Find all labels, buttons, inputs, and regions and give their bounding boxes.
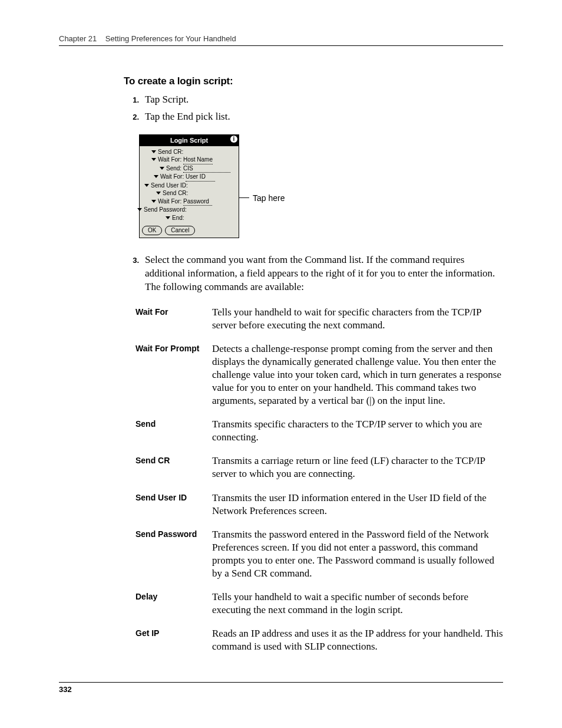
ok-button[interactable]: OK <box>142 226 162 235</box>
palm-row: Send: CIS <box>142 164 236 173</box>
command-row: Wait For PromptDetects a challenge-respo… <box>135 342 503 407</box>
step-text: Tap Script. <box>145 93 503 107</box>
header-title: Setting Preferences for Your Handheld <box>105 34 236 43</box>
palm-button-row: OK Cancel <box>140 223 239 238</box>
dropdown-icon[interactable] <box>160 167 164 170</box>
command-term: Send Password <box>135 528 212 580</box>
header-chapter: Chapter 21 <box>59 34 97 43</box>
command-row: SendTransmits specific characters to the… <box>135 418 503 444</box>
palm-row: Send CR: <box>142 148 236 156</box>
palm-row-label: Wait For: <box>158 156 181 163</box>
palm-title-bar: Login Script i <box>140 135 239 146</box>
command-description: Transmits a carriage return or line feed… <box>212 454 503 480</box>
command-row: Send CRTransmits a carriage return or li… <box>135 454 503 480</box>
figure-login-script: Login Script i Send CR:Wait For: Host Na… <box>139 134 503 238</box>
command-row: Get IPReads an IP address and uses it as… <box>135 627 503 653</box>
command-description: Reads an IP address and uses it as the I… <box>212 627 503 653</box>
command-description: Transmits the user ID information entere… <box>212 492 503 518</box>
palm-row: Wait For: Host Name <box>142 156 236 164</box>
step-3: 3. Select the command you want from the … <box>124 253 503 294</box>
step-text: Select the command you want from the Com… <box>145 253 503 294</box>
callout: Tap here <box>239 193 285 203</box>
palm-row-label: Send CR: <box>158 149 183 155</box>
command-term: Send CR <box>135 454 212 480</box>
palm-row-label: Send CR: <box>163 190 188 196</box>
command-table: Wait ForTells your handheld to wait for … <box>135 306 503 654</box>
dropdown-icon[interactable] <box>151 200 156 203</box>
dropdown-icon[interactable] <box>151 150 156 153</box>
palm-row-label: Wait For: <box>158 198 181 205</box>
palm-row: Wait For: Password <box>142 197 236 206</box>
palm-title-text: Login Script <box>170 137 208 144</box>
command-term: Send <box>135 418 212 444</box>
command-row: Send PasswordTransmits the password ente… <box>135 528 503 580</box>
command-row: Send User IDTransmits the user ID inform… <box>135 492 503 518</box>
command-description: Tells your handheld to wait a specific n… <box>212 591 503 617</box>
command-term: Wait For <box>135 306 212 332</box>
command-description: Transmits the password entered in the Pa… <box>212 528 503 580</box>
palm-row-label: Wait For: <box>160 173 184 180</box>
palm-row-label: End: <box>172 215 184 221</box>
dropdown-icon[interactable] <box>156 192 161 195</box>
step-number: 1. <box>124 93 145 107</box>
command-row: Wait ForTells your handheld to wait for … <box>135 306 503 332</box>
palm-body: Send CR:Wait For: Host NameSend: CISWait… <box>140 146 239 224</box>
dropdown-icon[interactable] <box>166 216 170 219</box>
command-term: Send User ID <box>135 492 212 518</box>
palm-row-label: Send: <box>166 165 181 172</box>
command-description: Detects a challenge-response prompt comi… <box>212 342 503 407</box>
dropdown-icon[interactable] <box>137 208 142 211</box>
palm-row-value[interactable]: CIS <box>183 164 230 173</box>
page-header: Chapter 21 Setting Preferences for Your … <box>59 34 503 46</box>
palm-row-label: Send User ID: <box>151 182 188 189</box>
step-2: 2. Tap the End pick list. <box>124 110 503 124</box>
palm-row: Wait For: User ID <box>142 173 236 182</box>
palm-row-value[interactable]: User ID <box>186 173 215 182</box>
step-text: Tap the End pick list. <box>145 110 503 124</box>
callout-line <box>239 197 249 198</box>
step-1: 1. Tap Script. <box>124 93 503 107</box>
command-description: Tells your handheld to wait for specific… <box>212 306 503 332</box>
page-number: 332 <box>59 685 72 694</box>
info-icon: i <box>230 136 237 143</box>
dropdown-icon[interactable] <box>151 158 156 161</box>
command-term: Wait For Prompt <box>135 342 212 407</box>
command-row: DelayTells your handheld to wait a speci… <box>135 591 503 617</box>
command-term: Get IP <box>135 627 212 653</box>
cancel-button[interactable]: Cancel <box>165 226 195 235</box>
step-number: 3. <box>124 253 145 294</box>
palm-row-value[interactable]: Password <box>183 197 212 206</box>
section-title: To create a login script: <box>124 75 503 87</box>
palm-row: Send User ID: <box>142 182 236 190</box>
callout-text: Tap here <box>249 193 285 203</box>
palm-screen: Login Script i Send CR:Wait For: Host Na… <box>139 134 239 238</box>
step-number: 2. <box>124 110 145 124</box>
palm-row-label: Send Password: <box>144 206 187 213</box>
palm-row: Send Password: <box>142 206 236 214</box>
palm-row-value[interactable]: Host Name <box>183 156 213 164</box>
dropdown-icon[interactable] <box>154 175 158 178</box>
command-description: Transmits specific characters to the TCP… <box>212 418 503 444</box>
palm-row: Send CR: <box>142 189 236 197</box>
page-footer: 332 <box>59 682 503 694</box>
command-term: Delay <box>135 591 212 617</box>
dropdown-icon[interactable] <box>144 184 149 187</box>
palm-row: End: <box>142 214 236 222</box>
